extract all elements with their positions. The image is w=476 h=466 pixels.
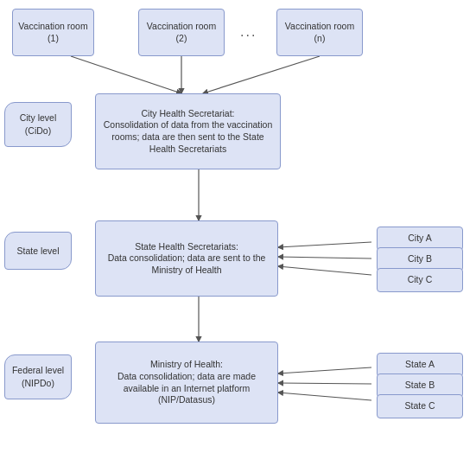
svg-line-2 [203,56,320,93]
city-secretariat-label: City Health Secretariat: Consolidation o… [101,108,275,156]
svg-line-9 [278,383,371,384]
city-c-label: City C [408,274,433,286]
svg-line-5 [278,242,371,247]
svg-line-8 [278,367,371,373]
state-a-label: State A [405,359,435,371]
federal-level-label: Federal level (NIPDo) [4,354,72,399]
svg-line-7 [278,266,371,275]
city-health-secretariat: City Health Secretariat: Consolidation o… [95,93,281,169]
city-level-label: City level (CiDo) [4,102,72,147]
state-level-text: State level [16,245,59,258]
city-a-label: City A [408,233,431,245]
svg-line-0 [71,56,181,93]
state-health-secretariat: State Health Secretariats: Data consolid… [95,220,278,297]
state-b-label: State B [405,380,435,392]
svg-line-6 [278,257,371,259]
vac1-label: Vaccination room (1) [18,21,87,44]
city-b-label: City B [408,253,432,265]
city-c-box: City C [377,268,463,292]
ministry-of-health: Ministry of Health: Data consolidation; … [95,342,278,424]
vaccination-room-2: Vaccination room (2) [138,9,225,56]
vac2-label: Vaccination room (2) [147,21,216,44]
state-secretariat-label: State Health Secretariats: Data consolid… [101,241,272,277]
state-level-label: State level [4,232,72,270]
state-c-label: State C [404,400,435,412]
city-level-text: City level (CiDo) [20,112,57,137]
dots-separator: ... [240,24,257,40]
federal-level-text: Federal level (NIPDo) [12,364,64,389]
state-c-box: State C [377,394,463,418]
ministry-health-label: Ministry of Health: Data consolidation; … [101,359,272,406]
svg-line-10 [278,393,371,400]
vacn-label: Vaccination room (n) [285,21,354,44]
diagram: Vaccination room (1) Vaccination room (2… [0,0,476,466]
vaccination-room-n: Vaccination room (n) [276,9,363,56]
vaccination-room-1: Vaccination room (1) [12,9,94,56]
